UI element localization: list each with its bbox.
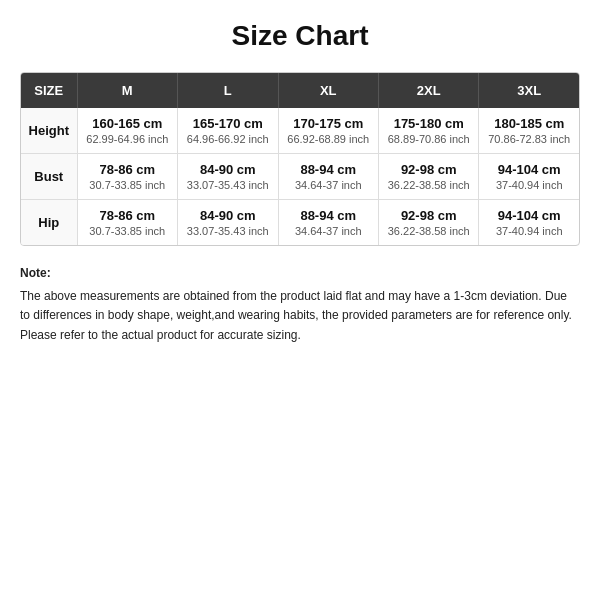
cm-value: 78-86 cm — [84, 162, 171, 177]
table-row: Height160-165 cm62.99-64.96 inch165-170 … — [21, 108, 579, 154]
cm-value: 94-104 cm — [485, 208, 573, 223]
table-cell: 94-104 cm37-40.94 inch — [479, 154, 579, 200]
table-cell: 88-94 cm34.64-37 inch — [278, 154, 378, 200]
cm-value: 175-180 cm — [385, 116, 472, 131]
header-cell-xl: XL — [278, 73, 378, 108]
table-cell: 165-170 cm64.96-66.92 inch — [178, 108, 278, 154]
table-cell: 170-175 cm66.92-68.89 inch — [278, 108, 378, 154]
table-cell: 78-86 cm30.7-33.85 inch — [77, 200, 177, 246]
page-title: Size Chart — [20, 20, 580, 52]
table-cell: 160-165 cm62.99-64.96 inch — [77, 108, 177, 154]
cm-value: 165-170 cm — [184, 116, 271, 131]
cm-value: 88-94 cm — [285, 162, 372, 177]
cm-value: 78-86 cm — [84, 208, 171, 223]
inch-value: 62.99-64.96 inch — [84, 133, 171, 145]
row-label-height: Height — [21, 108, 77, 154]
inch-value: 37-40.94 inch — [485, 179, 573, 191]
table-cell: 175-180 cm68.89-70.86 inch — [378, 108, 478, 154]
inch-value: 33.07-35.43 inch — [184, 179, 271, 191]
table-cell: 84-90 cm33.07-35.43 inch — [178, 200, 278, 246]
cm-value: 94-104 cm — [485, 162, 573, 177]
table-cell: 84-90 cm33.07-35.43 inch — [178, 154, 278, 200]
note-section: Note: The above measurements are obtaine… — [20, 264, 580, 345]
cm-value: 88-94 cm — [285, 208, 372, 223]
note-text: The above measurements are obtained from… — [20, 287, 580, 345]
table-cell: 92-98 cm36.22-38.58 inch — [378, 200, 478, 246]
cm-value: 92-98 cm — [385, 208, 472, 223]
table-cell: 88-94 cm34.64-37 inch — [278, 200, 378, 246]
table-header: SIZEMLXL2XL3XL — [21, 73, 579, 108]
inch-value: 30.7-33.85 inch — [84, 179, 171, 191]
table-row: Bust78-86 cm30.7-33.85 inch84-90 cm33.07… — [21, 154, 579, 200]
inch-value: 30.7-33.85 inch — [84, 225, 171, 237]
row-label-hip: Hip — [21, 200, 77, 246]
note-title: Note: — [20, 264, 580, 283]
size-chart-table: SIZEMLXL2XL3XL Height160-165 cm62.99-64.… — [20, 72, 580, 246]
cm-value: 170-175 cm — [285, 116, 372, 131]
table-row: Hip78-86 cm30.7-33.85 inch84-90 cm33.07-… — [21, 200, 579, 246]
inch-value: 33.07-35.43 inch — [184, 225, 271, 237]
header-cell-2xl: 2XL — [378, 73, 478, 108]
header-cell-size: SIZE — [21, 73, 77, 108]
table-cell: 78-86 cm30.7-33.85 inch — [77, 154, 177, 200]
table-cell: 94-104 cm37-40.94 inch — [479, 200, 579, 246]
inch-value: 34.64-37 inch — [285, 179, 372, 191]
header-cell-l: L — [178, 73, 278, 108]
inch-value: 66.92-68.89 inch — [285, 133, 372, 145]
cm-value: 180-185 cm — [485, 116, 573, 131]
table-cell: 92-98 cm36.22-38.58 inch — [378, 154, 478, 200]
cm-value: 160-165 cm — [84, 116, 171, 131]
cm-value: 84-90 cm — [184, 162, 271, 177]
cm-value: 84-90 cm — [184, 208, 271, 223]
inch-value: 68.89-70.86 inch — [385, 133, 472, 145]
inch-value: 36.22-38.58 inch — [385, 179, 472, 191]
cm-value: 92-98 cm — [385, 162, 472, 177]
inch-value: 34.64-37 inch — [285, 225, 372, 237]
inch-value: 36.22-38.58 inch — [385, 225, 472, 237]
inch-value: 64.96-66.92 inch — [184, 133, 271, 145]
table-cell: 180-185 cm70.86-72.83 inch — [479, 108, 579, 154]
inch-value: 70.86-72.83 inch — [485, 133, 573, 145]
inch-value: 37-40.94 inch — [485, 225, 573, 237]
row-label-bust: Bust — [21, 154, 77, 200]
header-cell-m: M — [77, 73, 177, 108]
header-cell-3xl: 3XL — [479, 73, 579, 108]
